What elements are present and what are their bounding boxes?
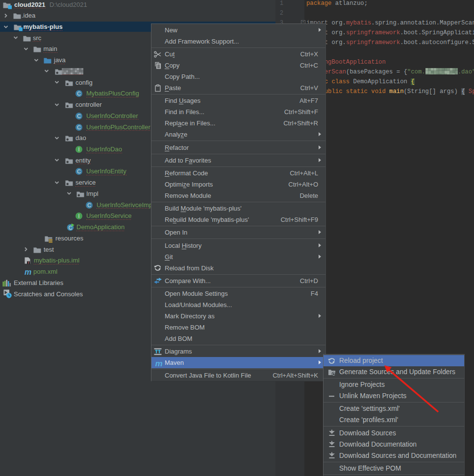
svg-text:m: m (155, 359, 162, 368)
svg-text:C: C (77, 91, 81, 96)
svg-text:C: C (87, 202, 91, 208)
svg-text:C: C (77, 113, 81, 119)
svg-text:m: m (25, 268, 31, 276)
svg-text:I: I (78, 213, 80, 219)
svg-text:I: I (78, 146, 80, 152)
svg-text:C: C (77, 168, 81, 174)
svg-text:C: C (77, 124, 81, 130)
